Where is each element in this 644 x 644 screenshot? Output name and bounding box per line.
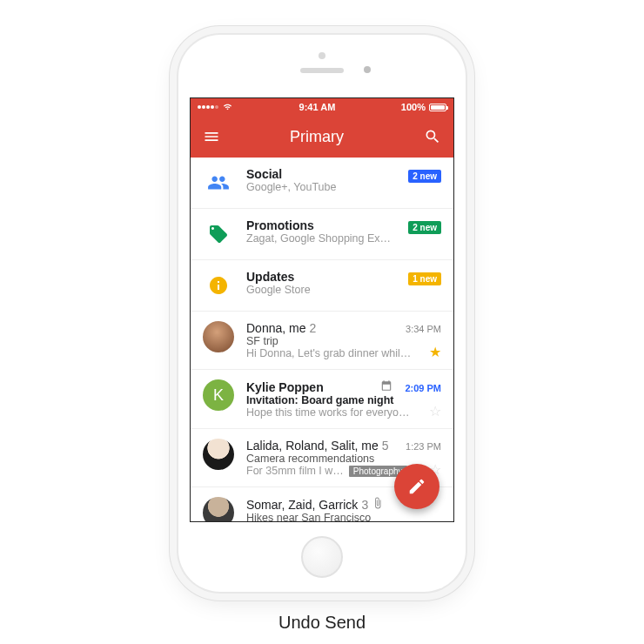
- email-subject: Hikes near San Francisco: [246, 512, 371, 521]
- status-bar: 9:41 AM 100%: [191, 98, 453, 116]
- app-bar: Primary: [191, 116, 453, 158]
- wifi-icon: [222, 103, 233, 111]
- inbox-list: Social Google+, YouTube 2 new Promotions…: [191, 158, 453, 521]
- category-subtitle: Google+, YouTube: [246, 181, 336, 193]
- email-subject: Camera recommendations: [246, 453, 374, 465]
- avatar: [203, 497, 234, 521]
- thread-count: 5: [382, 439, 389, 453]
- category-title: Promotions: [246, 218, 314, 232]
- tag-icon: [203, 218, 234, 250]
- attachment-icon: [372, 497, 384, 509]
- email-from: Lalida, Roland, Salit, me: [246, 439, 379, 453]
- new-badge: 1 new: [408, 272, 441, 285]
- category-subtitle: Zagat, Google Shopping Ex…: [246, 232, 391, 245]
- search-button[interactable]: [422, 126, 443, 147]
- phone-frame: 9:41 AM 100% Primary S: [178, 35, 466, 592]
- email-subject: SF trip: [246, 335, 278, 347]
- status-time: 9:41 AM: [233, 102, 401, 112]
- front-camera: [364, 66, 371, 73]
- compose-button[interactable]: [394, 464, 439, 509]
- hamburger-icon: [203, 128, 220, 145]
- thread-count: 3: [361, 498, 368, 512]
- star-icon[interactable]: ★: [429, 344, 441, 360]
- phone-bezel-top: [178, 35, 466, 97]
- email-row[interactable]: Donna, me 2 3:34 PM SF trip Hi Donna, Le…: [191, 312, 453, 370]
- email-snippet: For 35mm film I w…: [246, 465, 344, 477]
- category-title: Social: [246, 167, 282, 181]
- email-snippet: Hope this time works for everyo…: [246, 406, 410, 419]
- email-time: 2:09 PM: [398, 383, 441, 393]
- pencil-icon: [407, 477, 426, 496]
- category-title: Updates: [246, 270, 294, 284]
- avatar: K: [203, 379, 234, 411]
- calendar-icon: [380, 379, 392, 392]
- category-subtitle: Google Store: [246, 284, 311, 296]
- email-time: 3:34 PM: [399, 324, 441, 334]
- menu-button[interactable]: [201, 126, 222, 147]
- page-title: Primary: [222, 128, 412, 146]
- email-row[interactable]: K Kylie Poppen 2:09 PM Invitation: Board…: [191, 370, 453, 429]
- image-caption: Undo Send: [278, 613, 366, 633]
- home-button[interactable]: [301, 536, 343, 578]
- info-icon: [203, 270, 234, 301]
- phone-screen: 9:41 AM 100% Primary S: [190, 97, 454, 522]
- status-battery: 100%: [401, 102, 446, 112]
- thread-count: 2: [309, 321, 316, 335]
- category-row-promotions[interactable]: Promotions Zagat, Google Shopping Ex… 2 …: [191, 209, 453, 260]
- star-icon[interactable]: ☆: [429, 403, 441, 419]
- email-from: Donna, me: [246, 321, 305, 335]
- email-snippet: Hi Donna, Let's grab dinner whil…: [246, 347, 411, 359]
- new-badge: 2 new: [408, 170, 441, 183]
- category-row-updates[interactable]: Updates Google Store 1 new: [191, 260, 453, 312]
- new-badge: 2 new: [408, 221, 441, 234]
- proximity-sensor: [319, 52, 325, 59]
- status-signal: [198, 103, 233, 111]
- avatar: [203, 439, 234, 470]
- search-icon: [424, 128, 441, 145]
- people-icon: [203, 167, 234, 198]
- email-from: Kylie Poppen: [246, 380, 324, 394]
- email-time: 1:23 PM: [399, 441, 441, 452]
- avatar: [203, 321, 234, 352]
- phone-speaker: [300, 68, 344, 73]
- email-from: Somar, Zaid, Garrick: [246, 498, 358, 512]
- category-row-social[interactable]: Social Google+, YouTube 2 new: [191, 158, 453, 209]
- email-subject: Invitation: Board game night: [246, 394, 393, 406]
